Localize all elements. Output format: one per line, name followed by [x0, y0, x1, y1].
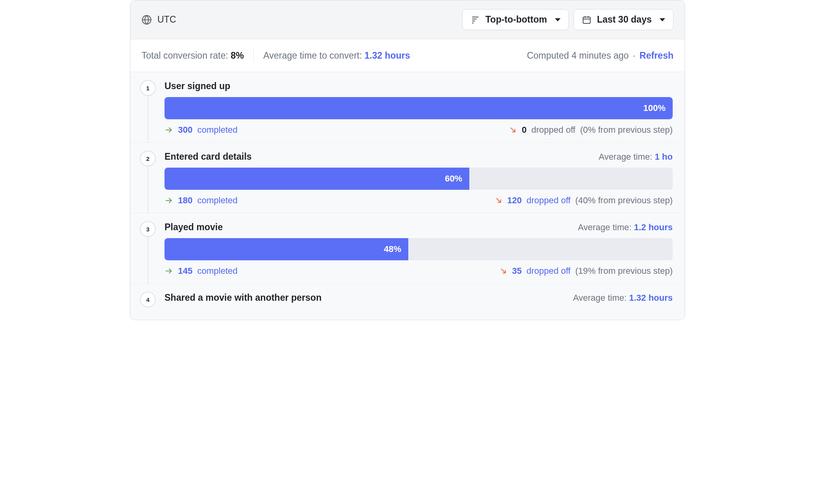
step-stats: 180completed120dropped off(40% from prev…: [165, 195, 673, 206]
funnel-steps: 1User signed up100%300completed0dropped …: [130, 72, 685, 320]
step-number-badge: 2: [140, 151, 156, 166]
step-avg-time-value: 1.2 hours: [634, 222, 673, 232]
step-number-badge: 1: [140, 80, 156, 96]
funnel-step: 1User signed up100%300completed0dropped …: [130, 72, 685, 143]
conversion-rate-value: 8%: [231, 50, 244, 61]
avg-time-label: Average time to convert:: [263, 50, 362, 61]
completed-count: 145: [178, 266, 193, 276]
step-header: Shared a movie with another personAverag…: [165, 292, 673, 303]
arrow-down-right-icon: [499, 267, 507, 275]
step-avg-time-label: Average time:: [599, 152, 654, 162]
dropoff-stat[interactable]: 120dropped off(40% from previous step): [495, 195, 673, 206]
step-avg-time-label: Average time:: [573, 293, 629, 303]
funnel-step: 2Entered card detailsAverage time: 1 ho6…: [130, 143, 685, 213]
chevron-down-icon: [555, 18, 561, 21]
completed-stat[interactable]: 180completed: [165, 195, 237, 206]
step-connector: [147, 237, 148, 284]
arrow-right-icon: [165, 267, 173, 275]
avg-time-metric: Average time to convert: 1.32 hours: [263, 50, 410, 61]
step-header: Entered card detailsAverage time: 1 ho: [165, 151, 673, 162]
dropoff-stat: 0dropped off(0% from previous step): [509, 125, 673, 135]
arrow-down-right-icon: [509, 126, 517, 134]
summary-row: Total conversion rate: 8% Average time t…: [130, 39, 685, 72]
step-avg-time-value: 1 ho: [655, 152, 673, 162]
orientation-select[interactable]: Top-to-bottom: [462, 9, 569, 30]
funnel-bar: 60%: [165, 168, 673, 190]
chevron-down-icon: [660, 18, 665, 21]
timezone-label: UTC: [157, 14, 176, 25]
topbar: UTC Top-to-bottom La: [130, 0, 685, 39]
arrow-right-icon: [165, 196, 173, 205]
step-header: User signed up: [165, 81, 673, 92]
step-title: User signed up: [165, 81, 230, 92]
step-header: Played movieAverage time: 1.2 hours: [165, 222, 673, 233]
completed-count: 180: [178, 195, 193, 206]
completed-label: completed: [197, 125, 238, 135]
step-avg-time: Average time: 1.32 hours: [573, 293, 673, 303]
dropoff-count: 0: [522, 125, 526, 135]
funnel-bar-fill: 48%: [165, 238, 408, 260]
dropoff-pct-note: (0% from previous step): [580, 125, 673, 135]
bar-chart-icon: [471, 15, 480, 25]
arrow-down-right-icon: [495, 197, 503, 204]
computed-time-text: Computed 4 minutes ago: [527, 50, 629, 61]
topbar-controls: Top-to-bottom Last 30 days: [462, 9, 673, 30]
avg-time-value: 1.32 hours: [365, 50, 410, 61]
step-avg-time-label: Average time:: [578, 222, 634, 232]
dropoff-label: dropped off: [526, 266, 570, 276]
funnel-bar-percent: 100%: [643, 103, 666, 113]
funnel-step: 4Shared a movie with another personAvera…: [130, 284, 685, 316]
dropoff-label: dropped off: [526, 195, 570, 206]
completed-stat[interactable]: 300completed: [165, 125, 237, 135]
funnel-panel: UTC Top-to-bottom La: [130, 0, 685, 320]
dropoff-count: 120: [507, 195, 522, 206]
dropoff-stat[interactable]: 35dropped off(19% from previous step): [499, 266, 673, 276]
step-connector: [147, 166, 148, 214]
step-number-badge: 3: [140, 221, 156, 237]
completed-stat[interactable]: 145completed: [165, 266, 237, 276]
dropoff-pct-note: (19% from previous step): [575, 266, 673, 276]
timezone-indicator: UTC: [142, 14, 176, 25]
step-avg-time-value: 1.32 hours: [629, 293, 673, 303]
completed-count: 300: [178, 125, 193, 135]
step-title: Entered card details: [165, 151, 252, 162]
summary-status: Computed 4 minutes ago · Refresh: [527, 50, 673, 61]
step-number-badge: 4: [140, 292, 156, 307]
funnel-bar-fill: 100%: [165, 97, 673, 119]
step-stats: 145completed35dropped off(19% from previ…: [165, 266, 673, 276]
divider: [253, 49, 254, 62]
funnel-step: 3Played movieAverage time: 1.2 hours48%1…: [130, 213, 685, 284]
arrow-right-icon: [165, 126, 173, 134]
step-title: Shared a movie with another person: [165, 292, 321, 303]
funnel-bar: 48%: [165, 238, 673, 260]
conversion-rate-metric: Total conversion rate: 8%: [142, 50, 244, 61]
step-connector: [147, 96, 148, 143]
step-title: Played movie: [165, 222, 223, 233]
dropoff-pct-note: (40% from previous step): [575, 195, 673, 206]
calendar-icon: [582, 15, 591, 25]
svg-rect-1: [583, 17, 590, 23]
globe-icon: [142, 15, 152, 25]
separator: ·: [633, 50, 635, 61]
step-avg-time: Average time: 1.2 hours: [578, 222, 673, 233]
step-stats: 300completed0dropped off(0% from previou…: [165, 125, 673, 135]
orientation-label: Top-to-bottom: [486, 14, 547, 25]
conversion-rate-label: Total conversion rate:: [142, 50, 228, 61]
dropoff-count: 35: [512, 266, 522, 276]
funnel-bar-fill: 60%: [165, 168, 469, 190]
daterange-label: Last 30 days: [597, 14, 652, 25]
summary-metrics: Total conversion rate: 8% Average time t…: [142, 49, 410, 62]
completed-label: completed: [197, 266, 238, 276]
step-avg-time: Average time: 1 ho: [599, 152, 673, 162]
completed-label: completed: [197, 195, 238, 206]
refresh-link[interactable]: Refresh: [639, 50, 673, 61]
funnel-bar-percent: 60%: [445, 174, 462, 184]
funnel-bar: 100%: [165, 97, 673, 119]
dropoff-label: dropped off: [532, 125, 576, 135]
funnel-bar-percent: 48%: [384, 244, 401, 254]
daterange-select[interactable]: Last 30 days: [574, 9, 673, 30]
